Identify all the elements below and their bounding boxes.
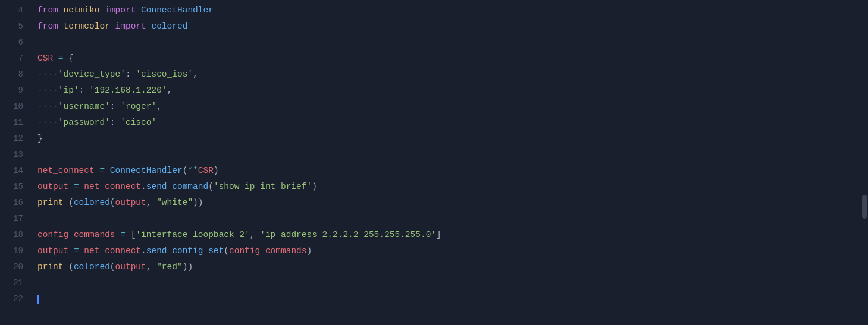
code-line-6	[37, 34, 868, 51]
token-key: 'device_type'	[58, 67, 126, 83]
token-str-cmd: 'show ip int brief'	[214, 179, 312, 195]
token-arg	[58, 2, 64, 18]
token-key: 'ip'	[58, 83, 79, 99]
token-arg	[58, 18, 64, 34]
token-arg	[95, 163, 100, 179]
token-class-name: colored	[74, 259, 110, 275]
token-paren: ))	[193, 195, 203, 211]
token-var: config_commands	[37, 227, 115, 243]
code-line-18: config_commands = ['interface loopback 2…	[37, 227, 868, 243]
token-arg	[84, 83, 89, 99]
token-arg	[151, 259, 156, 275]
token-op: =	[74, 179, 79, 195]
token-paren: )	[307, 243, 312, 259]
token-kw-print: print	[37, 259, 64, 275]
token-dots-indent: ····	[37, 99, 58, 115]
token-arg	[53, 51, 58, 67]
line-number-11: 11	[5, 115, 23, 131]
token-arg	[68, 179, 74, 195]
token-str-val: 'cisco_ios'	[136, 67, 193, 83]
token-op: =	[58, 51, 64, 67]
code-editor: 45678910111213141516171819202122 from ne…	[0, 0, 868, 325]
token-arg	[131, 67, 136, 83]
token-op: =	[74, 243, 79, 259]
code-line-20: print (colored(output, "red"))	[37, 259, 868, 275]
token-arg	[64, 51, 69, 67]
token-kw-import: import	[115, 18, 146, 34]
token-arg	[115, 227, 121, 243]
token-punct: ,	[193, 67, 198, 83]
token-colon: :	[110, 115, 115, 131]
token-punct: ,	[250, 227, 255, 243]
line-number-13: 13	[5, 147, 23, 163]
token-arg	[110, 18, 115, 34]
token-paren: ))	[183, 259, 193, 275]
line-number-6: 6	[5, 34, 23, 51]
token-method: send_command	[146, 179, 208, 195]
token-paren: (	[110, 259, 115, 275]
token-colon: :	[126, 67, 131, 83]
code-line-8: ····'device_type': 'cisco_ios',	[37, 67, 868, 83]
token-arg	[64, 195, 69, 211]
token-str-val: "white"	[156, 195, 193, 211]
token-arg	[115, 115, 121, 131]
token-var: output	[115, 259, 146, 275]
token-key: 'username'	[58, 99, 110, 115]
token-punct: ,	[156, 99, 162, 115]
token-paren: )	[214, 163, 219, 179]
line-number-8: 8	[5, 67, 23, 83]
line-number-19: 19	[5, 243, 23, 259]
token-arg	[115, 99, 121, 115]
token-str-val: '192.168.1.220'	[89, 83, 167, 99]
token-class-name: ConnectHandler	[110, 163, 183, 179]
line-number-5: 5	[5, 18, 23, 34]
code-content[interactable]: from netmiko import ConnectHandlerfrom t…	[33, 0, 868, 325]
token-kw-import: import	[105, 2, 136, 18]
token-dot: .	[141, 179, 146, 195]
code-line-21	[37, 275, 868, 291]
line-number-4: 4	[5, 2, 23, 18]
scrollbar-thumb[interactable]	[862, 195, 867, 219]
token-var: CSR	[37, 51, 53, 67]
token-var: config_commands	[229, 243, 307, 259]
token-key: 'password'	[58, 115, 110, 131]
scrollbar[interactable]	[861, 0, 868, 325]
token-punct: ,	[167, 83, 173, 99]
token-str-val: 'roger'	[120, 99, 156, 115]
token-class-name: colored	[74, 195, 110, 211]
token-brace: {	[68, 51, 74, 67]
token-arg	[99, 2, 105, 18]
code-line-5: from termcolor import colored	[37, 18, 868, 34]
token-arg	[136, 2, 141, 18]
token-dot: .	[141, 243, 146, 259]
token-str-val: 'cisco'	[120, 115, 156, 131]
token-paren: (	[110, 195, 115, 211]
token-arg	[68, 243, 74, 259]
token-bracket: ]	[436, 227, 441, 243]
token-str-list: 'interface loopback 2'	[136, 227, 249, 243]
line-number-22: 22	[5, 291, 23, 307]
token-arg	[79, 179, 84, 195]
line-number-10: 10	[5, 99, 23, 115]
token-op: =	[120, 227, 126, 243]
code-line-4: from netmiko import ConnectHandler	[37, 2, 868, 18]
token-var: net_connect	[84, 243, 141, 259]
token-var: output	[37, 243, 68, 259]
token-arg	[64, 259, 69, 275]
code-line-16: print (colored(output, "white"))	[37, 195, 868, 211]
token-paren: (	[68, 259, 74, 275]
code-line-9: ····'ip': '192.168.1.220',	[37, 83, 868, 99]
token-var: net_connect	[84, 179, 141, 195]
token-paren: (	[183, 163, 188, 179]
token-arg	[151, 195, 156, 211]
code-line-7: CSR = {	[37, 51, 868, 67]
token-paren: )	[312, 179, 317, 195]
code-line-22	[37, 291, 868, 307]
token-arg	[126, 227, 131, 243]
line-number-18: 18	[5, 227, 23, 243]
token-paren: (	[68, 195, 74, 211]
token-var: output	[37, 179, 68, 195]
token-kw-from: from	[37, 18, 58, 34]
line-number-15: 15	[5, 179, 23, 195]
token-module: termcolor	[64, 18, 110, 34]
